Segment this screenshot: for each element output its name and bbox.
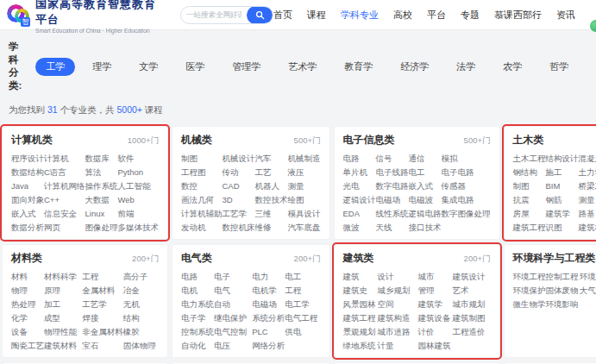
- subject-tag-城乡规划[interactable]: 城乡规划: [377, 284, 417, 298]
- subject-tag-机器人[interactable]: 机器人: [255, 179, 288, 193]
- subject-tag-天线[interactable]: 天线: [376, 221, 409, 235]
- nav-item-资讯[interactable]: 资讯: [556, 9, 575, 22]
- subject-tag-测量[interactable]: 测量: [579, 193, 596, 207]
- subject-pill-法学[interactable]: 法学: [446, 58, 486, 76]
- subject-tag-结构[interactable]: 结构: [123, 311, 159, 325]
- subject-tag-CAD[interactable]: CAD: [223, 179, 255, 193]
- nav-item-慕课西部行[interactable]: 慕课西部行: [494, 9, 542, 22]
- subject-tag-人工智能[interactable]: 人工智能: [118, 179, 160, 193]
- subject-tag-建筑材料[interactable]: 建筑材料: [579, 221, 596, 235]
- subject-tag-计算机网络[interactable]: 计算机网络: [44, 179, 85, 193]
- subject-tag-微生物学[interactable]: 微生物学: [513, 298, 546, 311]
- subject-tag-成型[interactable]: 成型: [44, 311, 82, 325]
- subject-tag-模拟[interactable]: 模拟: [442, 152, 491, 166]
- subject-tag-自动化[interactable]: 自动化: [181, 339, 214, 353]
- subject-tag-抗震[interactable]: 抗震: [513, 193, 546, 207]
- subject-tag-电磁场[interactable]: 电磁场: [376, 193, 409, 207]
- subject-tag-大数据[interactable]: 大数据: [85, 193, 118, 207]
- subject-tag-园林建筑[interactable]: 园林建筑: [418, 339, 453, 353]
- subject-tag-C语言[interactable]: C语言: [44, 166, 85, 179]
- subject-tag-PLC[interactable]: PLC: [252, 325, 285, 339]
- subject-tag-钢筋[interactable]: 钢筋: [546, 193, 579, 207]
- subject-tag-无机[interactable]: 无机: [123, 298, 159, 311]
- subject-tag-物理性能[interactable]: 物理性能: [44, 325, 82, 339]
- subject-tag-3D[interactable]: 3D: [223, 193, 255, 207]
- subject-tag-发动机[interactable]: 发动机: [181, 221, 223, 235]
- subject-tag-数控[interactable]: 数控: [181, 179, 223, 193]
- subject-tag-宝石[interactable]: 宝石: [82, 339, 123, 353]
- platform-logo[interactable]: 智 国家高等教育智慧教育平台 Smart Education of China …: [7, 0, 168, 34]
- subject-tag-图像处理[interactable]: 图像处理: [85, 221, 118, 235]
- subject-tag-电气工程[interactable]: 电气工程: [285, 311, 320, 325]
- subject-tag-电工[interactable]: 电工: [409, 166, 442, 179]
- subject-tag-金属材料[interactable]: 金属材料: [82, 284, 123, 298]
- subject-tag-电磁波[interactable]: 电磁波: [409, 193, 442, 207]
- nav-item-课程[interactable]: 课程: [307, 9, 326, 22]
- subject-tag-计算机辅助[interactable]: 计算机辅助: [181, 207, 223, 221]
- subject-tag-Java[interactable]: Java: [11, 179, 44, 193]
- subject-tag-结构设计[interactable]: 结构设计: [546, 152, 579, 166]
- subject-tag-数字图像处理[interactable]: 数字图像处理: [442, 207, 491, 221]
- subject-tag-多媒体技术[interactable]: 多媒体技术: [118, 221, 160, 235]
- subject-tag-工程图[interactable]: 工程图: [181, 166, 223, 179]
- category-title[interactable]: 材料类: [11, 251, 42, 266]
- subject-tag-房屋[interactable]: 房屋: [513, 207, 546, 221]
- subject-tag-数据库[interactable]: 数据库: [85, 152, 118, 166]
- subject-tag-汽车底盘[interactable]: 汽车底盘: [288, 221, 321, 235]
- nav-item-学科专业[interactable]: 学科专业: [341, 9, 379, 22]
- subject-tag-电力系统[interactable]: 电力系统: [181, 298, 214, 311]
- subject-tag-工程造价[interactable]: 工程造价: [453, 325, 491, 339]
- subject-tag-建筑史[interactable]: 建筑史: [343, 284, 378, 298]
- subject-tag-程序设计[interactable]: 程序设计: [11, 152, 44, 166]
- subject-tag-建筑设备[interactable]: 建筑设备: [418, 311, 453, 325]
- subject-tag-土木工程[interactable]: 土木工程: [513, 152, 546, 166]
- subject-tag-路基[interactable]: 路基: [579, 207, 596, 221]
- subject-tag-工艺[interactable]: 工艺: [255, 166, 288, 179]
- category-title[interactable]: 电子信息类: [343, 133, 395, 147]
- subject-tag-钢结构[interactable]: 钢结构: [513, 166, 546, 179]
- subject-tag-电子学[interactable]: 电子学: [181, 311, 214, 325]
- subject-tag-数字电路[interactable]: 数字电路: [376, 179, 409, 193]
- subject-tag-控制系统[interactable]: 控制系统: [181, 325, 214, 339]
- subject-tag-冶金[interactable]: 冶金: [123, 284, 159, 298]
- nav-item-首页[interactable]: 首页: [273, 9, 292, 22]
- subject-tag-电子[interactable]: 电子: [214, 270, 252, 284]
- subject-tag-识图[interactable]: 识图: [546, 221, 579, 235]
- subject-tag-数据分析[interactable]: 数据分析: [11, 221, 44, 235]
- subject-tag-建筑学[interactable]: 建筑学: [418, 298, 453, 311]
- subject-tag-建筑材料[interactable]: 建筑材料: [44, 339, 82, 353]
- subject-tag-信息安全[interactable]: 信息安全: [44, 207, 85, 221]
- subject-tag-线性系统[interactable]: 线性系统: [376, 207, 409, 221]
- subject-tag-Linux[interactable]: Linux: [85, 207, 118, 221]
- subject-tag-固体物理[interactable]: 固体物理: [123, 339, 159, 353]
- subject-tag-绿地系统[interactable]: 绿地系统: [343, 339, 378, 353]
- subject-tag-逻辑电路[interactable]: 逻辑电路: [409, 207, 442, 221]
- subject-tag-系统分析[interactable]: 系统分析: [252, 311, 285, 325]
- subject-tag-橡胶[interactable]: 橡胶: [123, 325, 159, 339]
- subject-tag-建筑学[interactable]: 建筑学: [546, 207, 579, 221]
- subject-tag-操作系统[interactable]: 操作系统: [85, 179, 118, 193]
- subject-tag-建筑工程[interactable]: 建筑工程: [343, 311, 378, 325]
- subject-tag-网页[interactable]: 网页: [44, 221, 85, 235]
- search-input[interactable]: [181, 10, 247, 19]
- subject-tag-建筑工程[interactable]: 建筑工程: [513, 221, 546, 235]
- subject-tag-土力学[interactable]: 土力学: [579, 166, 596, 179]
- subject-tag-桥梁工程[interactable]: 桥梁工程: [579, 179, 596, 193]
- subject-tag-算法[interactable]: 算法: [85, 166, 118, 179]
- subject-pill-农学[interactable]: 农学: [492, 58, 532, 76]
- subject-tag-建筑制图[interactable]: 建筑制图: [453, 311, 491, 325]
- subject-tag-电路[interactable]: 电路: [343, 152, 376, 166]
- subject-tag-Web[interactable]: Web: [118, 193, 160, 207]
- subject-tag-环境影响[interactable]: 环境影响: [546, 298, 580, 311]
- subject-tag-电子电路[interactable]: 电子电路: [442, 166, 491, 179]
- subject-tag-维修[interactable]: 维修: [255, 221, 288, 235]
- subject-tag-嵌入式[interactable]: 嵌入式: [11, 207, 44, 221]
- subject-tag-电力[interactable]: 电力: [252, 270, 285, 284]
- subject-pill-艺术学[interactable]: 艺术学: [278, 58, 327, 76]
- subject-tag-工程[interactable]: 工程: [285, 284, 320, 298]
- subject-tag-EDA[interactable]: EDA: [343, 207, 376, 221]
- subject-tag-环境保护[interactable]: 环境保护: [513, 284, 546, 298]
- subject-tag-前端[interactable]: 前端: [118, 207, 160, 221]
- subject-tag-设计[interactable]: 设计: [377, 270, 417, 284]
- subject-tag-画法几何[interactable]: 画法几何: [181, 193, 223, 207]
